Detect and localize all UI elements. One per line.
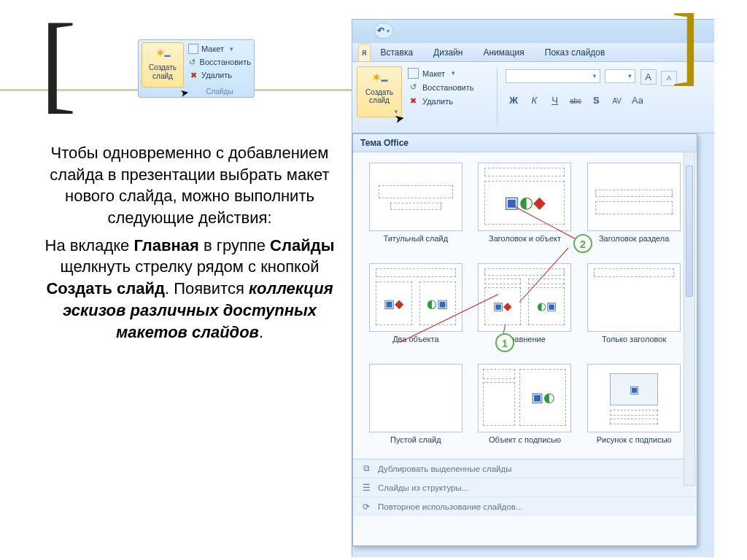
chevron-down-icon: ▼ — [228, 46, 234, 52]
separator — [497, 68, 498, 125]
chevron-down-icon: ▼ — [386, 28, 391, 34]
gallery-grid: Титульный слайд ▣◐◆ Заголовок и объект З… — [353, 152, 697, 459]
layout-title-slide[interactable]: Титульный слайд — [365, 163, 467, 253]
italic-button[interactable]: К — [526, 93, 542, 108]
new-slide-label2: слайд — [142, 73, 183, 81]
reset-button[interactable]: ↺Восстановить — [406, 80, 494, 94]
delete-button[interactable]: ✖Удалить — [187, 69, 252, 82]
scrollbar[interactable] — [684, 152, 695, 486]
cursor-icon: ➤ — [393, 111, 405, 126]
layout-two-content[interactable]: ▣◆◐▣ Два объекта — [365, 263, 467, 354]
layout-button[interactable]: Макет▼ — [406, 66, 494, 80]
undo-icon: ↶ — [377, 26, 384, 36]
ribbon-home: ✶▬ Создать слайд ▼ ➤ Макет▼ ↺Восстановит… — [352, 62, 714, 133]
reset-icon: ↺ — [408, 82, 419, 93]
font-name-combo[interactable]: ▼ — [506, 69, 600, 83]
reset-button[interactable]: ↺Восстановить — [187, 55, 252, 69]
powerpoint-screenshot: ↶▼ я Вставка Дизайн Анимация Показ слайд… — [352, 19, 714, 557]
ribbon-tabs: я Вставка Дизайн Анимация Показ слайдов — [352, 43, 714, 62]
case-button[interactable]: Aa — [630, 93, 646, 108]
underline-button[interactable]: Ч — [547, 93, 563, 108]
chevron-down-icon: ▼ — [450, 70, 456, 77]
new-slide-icon: ✶▬ — [357, 70, 401, 89]
shadow-button[interactable]: S — [588, 93, 604, 108]
layout-blank[interactable]: Пустой слайд — [365, 364, 467, 454]
paragraph-1: Чтобы одновременно с добавлением слайда … — [44, 142, 336, 229]
tab-home[interactable]: я — [358, 44, 371, 61]
reset-icon: ↺ — [188, 57, 197, 67]
callout-1: 1 — [495, 333, 514, 352]
bracket-left: [ — [40, 29, 77, 95]
font-size-combo[interactable]: ▼ — [605, 69, 635, 83]
undo-button[interactable]: ↶▼ — [374, 23, 393, 39]
layout-icon — [408, 68, 419, 79]
strike-button[interactable]: abc — [568, 94, 584, 109]
bracket-right: ] — [671, 19, 700, 71]
layout-icon — [188, 44, 198, 54]
reuse-slides[interactable]: ⟳Повторное использование слайдов... — [353, 497, 697, 516]
chevron-down-icon: ▼ — [592, 73, 597, 79]
tab-design[interactable]: Дизайн — [423, 44, 473, 61]
layout-content-caption[interactable]: ▣◐ Объект с подписью — [474, 364, 576, 454]
duplicate-icon: ⧉ — [360, 463, 372, 475]
callout-2: 2 — [573, 234, 592, 253]
layout-comparison[interactable]: ▣◆◐▣ Сравнение — [474, 263, 576, 354]
layout-section-header[interactable]: Заголовок раздела — [583, 163, 685, 253]
slides-group-inset: ✶▬ Создать слайд ➤ Макет▼ ↺Восстановить … — [138, 39, 255, 98]
tab-insert[interactable]: Вставка — [371, 44, 424, 61]
new-slide-split-button[interactable]: ✶▬ Создать слайд ▼ — [357, 66, 402, 117]
outline-icon: ☰ — [360, 482, 372, 494]
layout-button[interactable]: Макет▼ — [187, 42, 252, 55]
delete-icon: ✖ — [188, 70, 198, 80]
paragraph-2: На вкладке Главная в группе Слайды щелкн… — [44, 235, 336, 343]
new-slide-button[interactable]: ✶▬ Создать слайд ➤ — [142, 42, 184, 88]
chevron-down-icon: ▼ — [627, 73, 632, 79]
slides-from-outline[interactable]: ☰Слайды из структуры... — [353, 478, 697, 497]
layout-title-content[interactable]: ▣◐◆ Заголовок и объект — [474, 163, 576, 253]
layout-title-only[interactable]: Только заголовок — [583, 263, 685, 354]
tab-slideshow[interactable]: Показ слайдов — [535, 44, 616, 61]
reuse-icon: ⟳ — [360, 501, 372, 513]
layout-picture-caption[interactable]: ▣ Рисунок с подписью — [583, 364, 685, 454]
group-label: Слайды — [187, 88, 252, 96]
quick-access-toolbar: ↶▼ — [352, 20, 714, 43]
grow-font-button[interactable]: A — [640, 69, 657, 85]
new-slide-icon: ✶▬ — [142, 46, 183, 63]
tab-animation[interactable]: Анимация — [473, 44, 534, 61]
gallery-header: Тема Office — [353, 134, 697, 152]
gallery-footer: ⧉Дублировать выделенные слайды ☰Слайды и… — [353, 459, 697, 516]
new-slide-label1: Создать — [142, 64, 183, 72]
slide-body-text: Чтобы одновременно с добавлением слайда … — [44, 142, 336, 349]
duplicate-slides[interactable]: ⧉Дублировать выделенные слайды — [353, 459, 697, 478]
delete-button[interactable]: ✖Удалить — [406, 94, 494, 108]
delete-icon: ✖ — [408, 96, 419, 106]
spacing-button[interactable]: AV — [609, 94, 625, 109]
bold-button[interactable]: Ж — [506, 93, 522, 108]
layout-gallery: Тема Office Титульный слайд ▣◐◆ Заголово… — [352, 133, 697, 546]
